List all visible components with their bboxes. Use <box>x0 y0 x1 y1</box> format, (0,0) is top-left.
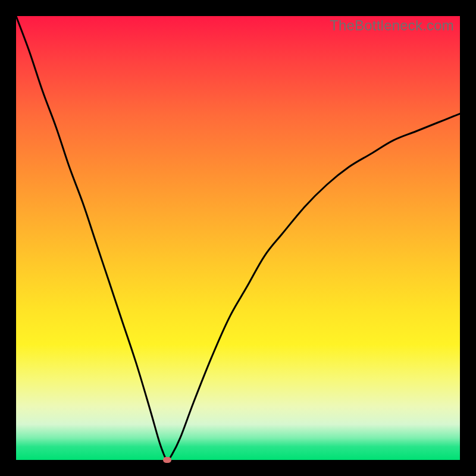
chart-frame: TheBottleneck.com <box>0 0 476 476</box>
minimum-marker <box>163 457 171 463</box>
bottleneck-curve <box>16 16 460 460</box>
plot-area: TheBottleneck.com <box>16 16 460 460</box>
